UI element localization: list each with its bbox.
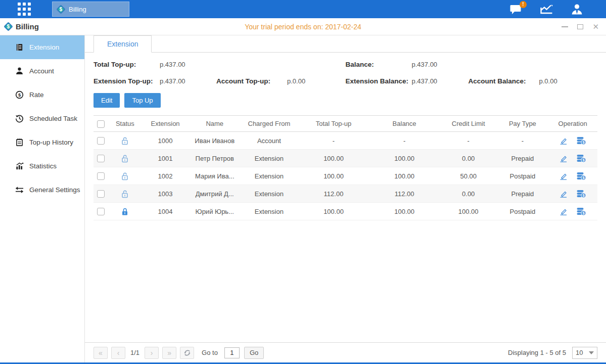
cell-charged-from: Extension xyxy=(240,185,298,203)
dollar-circle-icon: $ xyxy=(15,90,24,99)
cell-charged-from: Account xyxy=(240,132,298,150)
table-row: 1000Иван ИвановAccount----$ xyxy=(94,132,597,150)
cell-name: Мария Ива... xyxy=(189,167,240,185)
cell-name: Петр Петров xyxy=(189,150,240,167)
unlocked-icon xyxy=(121,154,129,163)
chevron-down-icon xyxy=(589,351,594,354)
notifications-icon[interactable]: ! xyxy=(509,4,523,15)
table-row: 1004Юрий Юрь...Extension100.00100.00100.… xyxy=(94,203,597,220)
cell-credit-limit: 50.00 xyxy=(440,167,497,185)
taskbar-tab-billing[interactable]: $ Billing xyxy=(52,2,129,17)
apps-grid-icon[interactable] xyxy=(18,3,31,16)
go-button[interactable]: Go xyxy=(244,347,264,359)
extension-balance-value: p.437.00 xyxy=(412,77,469,85)
table-row: 1002Мария Ива...Extension100.00100.0050.… xyxy=(94,167,597,185)
refresh-button[interactable] xyxy=(180,347,194,359)
select-all-checkbox[interactable] xyxy=(97,120,105,128)
cell-pay-type: Postpaid xyxy=(497,203,548,220)
row-checkbox[interactable] xyxy=(97,155,105,162)
topup-row-icon[interactable]: $ xyxy=(576,190,586,198)
last-page-button[interactable]: » xyxy=(162,347,176,359)
sidebar-item-scheduled-task[interactable]: Scheduled Task xyxy=(0,107,84,130)
statistics-chart-icon[interactable] xyxy=(540,4,553,15)
cell-extension: 1002 xyxy=(142,167,190,185)
cell-name: Иван Иванов xyxy=(189,132,240,150)
sidebar-item-account[interactable]: Account xyxy=(0,59,84,83)
topup-row-icon[interactable]: $ xyxy=(576,154,586,163)
cell-charged-from: Extension xyxy=(240,150,298,167)
ledger-icon xyxy=(15,43,24,52)
page-size-select[interactable]: 10 xyxy=(572,347,597,359)
edit-row-icon[interactable] xyxy=(559,155,568,162)
topup-row-icon[interactable]: $ xyxy=(576,207,586,216)
col-total-topup: Total Top-up xyxy=(298,116,369,132)
main-content: Extension Total Top-up: p.437.00 Extensi… xyxy=(85,35,606,362)
sidebar: Extension Account $ Rate Scheduled Task xyxy=(0,35,85,362)
cell-charged-from: Extension xyxy=(240,167,298,185)
edit-row-icon[interactable] xyxy=(559,137,568,145)
user-account-icon[interactable] xyxy=(571,4,583,15)
top-up-button[interactable]: Top Up xyxy=(124,93,160,108)
sidebar-item-label: Top-up History xyxy=(29,139,73,146)
unlocked-icon xyxy=(121,136,129,145)
close-icon[interactable]: ✕ xyxy=(592,23,599,30)
table-body: 1000Иван ИвановAccount----$1001Петр Петр… xyxy=(94,132,597,220)
topup-row-icon[interactable]: $ xyxy=(576,136,586,145)
cell-total-topup: 112.00 xyxy=(298,185,369,203)
col-operation: Operation xyxy=(548,116,597,132)
unlocked-icon xyxy=(121,190,129,198)
goto-page-input[interactable] xyxy=(224,347,240,358)
extension-balance-label: Extension Balance: xyxy=(346,77,412,85)
cell-extension: 1000 xyxy=(142,132,190,150)
sidebar-item-general-settings[interactable]: General Settings xyxy=(0,178,84,202)
edit-row-icon[interactable] xyxy=(559,172,568,180)
cell-credit-limit: 100.00 xyxy=(440,203,497,220)
goto-label: Go to xyxy=(202,349,218,356)
prev-page-button[interactable]: ‹ xyxy=(111,347,125,359)
taskbar-tab-label: Billing xyxy=(69,6,86,13)
taskbar: $ Billing ! xyxy=(0,0,606,18)
sidebar-item-statistics[interactable]: Statistics xyxy=(0,154,84,178)
pagination-bar: « ‹ 1/1 › » Go to Go Displaying 1 - 5 of… xyxy=(85,342,606,362)
page-size-value: 10 xyxy=(576,349,583,356)
cell-credit-limit: 0.00 xyxy=(440,185,497,203)
tab-strip: Extension xyxy=(85,35,606,53)
table-row: 1003Дмитрий Д...Extension112.00112.000.0… xyxy=(94,185,597,203)
cell-extension: 1004 xyxy=(142,203,190,220)
col-status: Status xyxy=(109,116,142,132)
bar-chart-icon xyxy=(15,162,24,170)
cell-charged-from: Extension xyxy=(240,203,298,220)
total-topup-value: p.437.00 xyxy=(160,61,216,68)
row-checkbox[interactable] xyxy=(97,137,105,145)
unlocked-icon xyxy=(121,172,129,180)
cell-extension: 1001 xyxy=(142,150,190,167)
row-checkbox[interactable] xyxy=(97,208,105,215)
next-page-button[interactable]: › xyxy=(145,347,159,359)
total-topup-label: Total Top-up: xyxy=(94,61,160,68)
row-checkbox[interactable] xyxy=(97,172,105,180)
cell-name: Юрий Юрь... xyxy=(189,203,240,220)
edit-row-icon[interactable] xyxy=(559,208,568,215)
row-checkbox[interactable] xyxy=(97,190,105,198)
cell-name: Дмитрий Д... xyxy=(189,185,240,203)
edit-button[interactable]: Edit xyxy=(94,93,120,108)
sidebar-item-label: Account xyxy=(29,67,54,75)
billing-window-icon: $ xyxy=(4,22,13,31)
topup-row-icon[interactable]: $ xyxy=(576,172,586,180)
tab-extension[interactable]: Extension xyxy=(94,35,152,53)
cell-total-topup: - xyxy=(298,132,369,150)
cell-pay-type: - xyxy=(497,132,548,150)
sidebar-item-topup-history[interactable]: Top-up History xyxy=(0,130,84,154)
edit-row-icon[interactable] xyxy=(559,190,568,198)
maximize-icon[interactable] xyxy=(577,23,583,30)
sidebar-item-label: Extension xyxy=(29,43,59,51)
cell-balance: 100.00 xyxy=(369,203,440,220)
sidebar-item-rate[interactable]: $ Rate xyxy=(0,83,84,107)
sidebar-item-extension[interactable]: Extension xyxy=(0,35,84,59)
window-title: Billing xyxy=(16,22,39,31)
minimize-icon[interactable] xyxy=(562,23,568,30)
balance-label: Balance: xyxy=(346,61,412,68)
summary-panel: Total Top-up: p.437.00 Extension Top-up:… xyxy=(85,53,606,86)
account-balance-value: p.0.00 xyxy=(539,77,598,85)
first-page-button[interactable]: « xyxy=(94,347,108,359)
